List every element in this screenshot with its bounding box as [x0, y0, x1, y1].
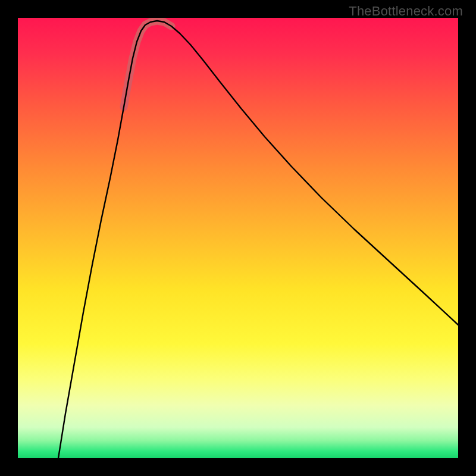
curve-layer — [18, 18, 458, 458]
bottleneck-curve — [58, 21, 458, 458]
watermark-text: TheBottleneck.com — [349, 4, 463, 19]
chart-frame: TheBottleneck.com — [0, 0, 476, 476]
plot-area — [18, 18, 458, 458]
